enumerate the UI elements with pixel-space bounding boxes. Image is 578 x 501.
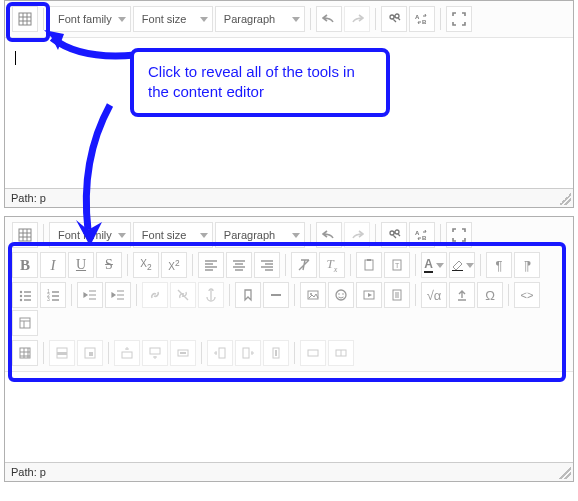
superscript-button[interactable]: X2 bbox=[161, 252, 187, 278]
separator bbox=[43, 342, 44, 364]
table-cell-props-button[interactable] bbox=[77, 340, 103, 366]
row-before-button[interactable] bbox=[114, 340, 140, 366]
col-before-button[interactable] bbox=[207, 340, 233, 366]
resize-grip[interactable] bbox=[559, 193, 571, 205]
media-button[interactable] bbox=[356, 282, 382, 308]
align-center-button[interactable] bbox=[226, 252, 252, 278]
redo-button[interactable] bbox=[344, 6, 370, 32]
fullscreen-button[interactable] bbox=[446, 222, 472, 248]
find-button[interactable] bbox=[381, 6, 407, 32]
font-size-dropdown[interactable]: Font size bbox=[133, 6, 213, 32]
toggle-toolbar-button[interactable] bbox=[12, 6, 38, 32]
unlink-button[interactable] bbox=[170, 282, 196, 308]
col-delete-button[interactable] bbox=[263, 340, 289, 366]
special-char-button[interactable]: Ω bbox=[477, 282, 503, 308]
bookmark-button[interactable] bbox=[235, 282, 261, 308]
background-color-button[interactable] bbox=[449, 252, 475, 278]
undo-button[interactable] bbox=[316, 6, 342, 32]
resize-grip[interactable] bbox=[559, 467, 571, 479]
svg-point-19 bbox=[20, 291, 22, 293]
indent-button[interactable] bbox=[105, 282, 131, 308]
upload-button[interactable] bbox=[449, 282, 475, 308]
text-cursor bbox=[15, 51, 16, 65]
svg-point-21 bbox=[20, 299, 22, 301]
chevron-down-icon bbox=[436, 263, 444, 268]
svg-text:A: A bbox=[415, 14, 420, 20]
align-left-button[interactable] bbox=[198, 252, 224, 278]
redo-button[interactable] bbox=[344, 222, 370, 248]
path-value[interactable]: p bbox=[40, 466, 46, 478]
font-family-dropdown[interactable]: Font family bbox=[49, 222, 131, 248]
merge-cells-button[interactable] bbox=[300, 340, 326, 366]
subscript-button[interactable]: X2 bbox=[133, 252, 159, 278]
italic-button[interactable]: I bbox=[40, 252, 66, 278]
path-label: Path: bbox=[11, 466, 37, 478]
table-row-props-button[interactable] bbox=[49, 340, 75, 366]
remove-format-button[interactable] bbox=[291, 252, 317, 278]
format-dropdown[interactable]: Paragraph bbox=[215, 6, 305, 32]
image-button[interactable] bbox=[300, 282, 326, 308]
font-size-dropdown[interactable]: Font size bbox=[133, 222, 213, 248]
align-right-button[interactable] bbox=[254, 252, 280, 278]
row-after-button[interactable] bbox=[142, 340, 168, 366]
undo-button[interactable] bbox=[316, 222, 342, 248]
anchor-button[interactable] bbox=[198, 282, 224, 308]
file-button[interactable] bbox=[384, 282, 410, 308]
pilcrow-ltr-icon: ¶ bbox=[496, 258, 503, 273]
path-bar: Path: p bbox=[5, 462, 573, 481]
separator bbox=[375, 224, 376, 246]
col-after-button[interactable] bbox=[235, 340, 261, 366]
outdent-button[interactable] bbox=[77, 282, 103, 308]
callout-text: Click to reveal all of the tools in the … bbox=[148, 63, 355, 100]
subscript-icon: X2 bbox=[140, 258, 151, 272]
strikethrough-button[interactable]: S bbox=[96, 252, 122, 278]
separator bbox=[229, 284, 230, 306]
separator bbox=[127, 254, 128, 276]
format-dropdown[interactable]: Paragraph bbox=[215, 222, 305, 248]
svg-text:A: A bbox=[415, 230, 420, 236]
clear-format-button[interactable]: Tx bbox=[319, 252, 345, 278]
template-button[interactable] bbox=[12, 310, 38, 336]
row-delete-button[interactable] bbox=[170, 340, 196, 366]
separator bbox=[310, 8, 311, 30]
find-replace-button[interactable]: AB bbox=[409, 6, 435, 32]
svg-rect-38 bbox=[89, 352, 93, 356]
chevron-down-icon bbox=[200, 233, 208, 238]
emoticon-button[interactable] bbox=[328, 282, 354, 308]
separator bbox=[415, 254, 416, 276]
svg-rect-36 bbox=[57, 352, 67, 355]
underline-button[interactable]: U bbox=[68, 252, 94, 278]
content-area[interactable] bbox=[5, 372, 573, 462]
horizontal-rule-button[interactable] bbox=[263, 282, 289, 308]
split-cells-button[interactable] bbox=[328, 340, 354, 366]
find-button[interactable] bbox=[381, 222, 407, 248]
chevron-down-icon bbox=[466, 263, 474, 268]
ltr-button[interactable]: ¶ bbox=[486, 252, 512, 278]
omega-icon: Ω bbox=[485, 288, 495, 303]
paste-button[interactable] bbox=[356, 252, 382, 278]
numbered-list-button[interactable]: 123 bbox=[40, 282, 66, 308]
html-button[interactable]: <> bbox=[514, 282, 540, 308]
separator bbox=[440, 224, 441, 246]
toggle-toolbar-button[interactable] bbox=[12, 222, 38, 248]
pilcrow-rtl-icon: ¶ bbox=[524, 258, 531, 273]
link-button[interactable] bbox=[142, 282, 168, 308]
font-family-dropdown[interactable]: Font family bbox=[49, 6, 131, 32]
editor-expanded: Font family Font size Paragraph AB B I bbox=[4, 216, 574, 482]
bullet-list-button[interactable] bbox=[12, 282, 38, 308]
path-value[interactable]: p bbox=[40, 192, 46, 204]
text-color-button[interactable]: A bbox=[421, 252, 447, 278]
svg-rect-18 bbox=[452, 270, 463, 271]
bold-button[interactable]: B bbox=[12, 252, 38, 278]
separator bbox=[71, 284, 72, 306]
toolbar-expanded: Font family Font size Paragraph AB B I bbox=[5, 217, 573, 372]
separator bbox=[415, 284, 416, 306]
equation-button[interactable]: √α bbox=[421, 282, 447, 308]
strikethrough-icon: S bbox=[105, 257, 113, 273]
rtl-button[interactable]: ¶ bbox=[514, 252, 540, 278]
fullscreen-button[interactable] bbox=[446, 6, 472, 32]
find-replace-button[interactable]: AB bbox=[409, 222, 435, 248]
paste-text-button[interactable]: T bbox=[384, 252, 410, 278]
svg-rect-40 bbox=[150, 348, 160, 354]
table-insert-button[interactable] bbox=[12, 340, 38, 366]
